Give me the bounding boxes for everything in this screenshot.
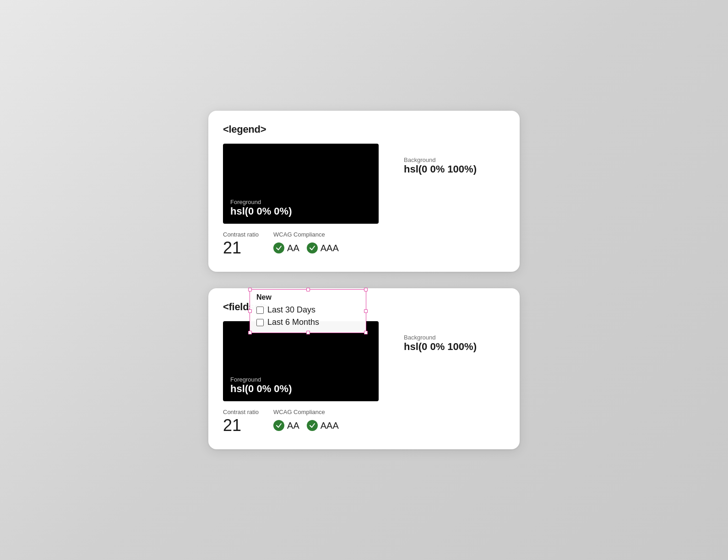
contrast-ratio-group-2: Contrast ratio 21 bbox=[223, 409, 259, 435]
selection-item-2-label: Last 6 Months bbox=[267, 318, 319, 327]
background-info: Background hsl(0 0% 100%) bbox=[404, 156, 477, 175]
checkbox-1[interactable] bbox=[256, 307, 264, 314]
wcag-label: WCAG Compliance bbox=[273, 231, 339, 238]
handle-ml bbox=[248, 309, 252, 313]
background-value: hsl(0 0% 100%) bbox=[404, 163, 477, 175]
aa-badge: AA bbox=[273, 242, 299, 253]
background-value-2: hsl(0 0% 100%) bbox=[404, 341, 477, 353]
handle-tl bbox=[248, 288, 252, 291]
aa-check-icon-2 bbox=[273, 420, 284, 431]
contrast-ratio-group: Contrast ratio 21 bbox=[223, 231, 259, 257]
aa-badge-2: AA bbox=[273, 420, 299, 431]
handle-mr bbox=[364, 309, 368, 313]
foreground-value: hsl(0 0% 0%) bbox=[230, 205, 292, 217]
aa-label-2: AA bbox=[287, 420, 299, 431]
handle-tc bbox=[306, 288, 310, 291]
handle-tr bbox=[364, 288, 368, 291]
wcag-badges-2: AA AAA bbox=[273, 420, 339, 431]
background-label: Background bbox=[404, 156, 477, 163]
selection-item-1: Last 30 Days bbox=[256, 305, 359, 315]
aaa-check-icon-2 bbox=[307, 420, 318, 431]
contrast-ratio-value-2: 21 bbox=[223, 416, 259, 435]
foreground-label-2: Foreground bbox=[230, 376, 292, 383]
aaa-label-2: AAA bbox=[321, 420, 339, 431]
legend-tag-label: <legend> bbox=[223, 124, 505, 135]
color-preview: Foreground hsl(0 0% 0%) bbox=[223, 144, 379, 224]
aaa-check-icon bbox=[307, 242, 318, 253]
handle-bl bbox=[248, 331, 252, 334]
selection-item-2: Last 6 Months bbox=[256, 318, 359, 327]
wcag-badges: AA AAA bbox=[273, 242, 339, 253]
wcag-group-2: WCAG Compliance AA AAA bbox=[273, 409, 339, 431]
page-container: <legend> Foreground hsl(0 0% 0%) Backgro… bbox=[208, 111, 520, 449]
selection-box: New Last 30 Days Last 6 Months bbox=[250, 289, 366, 333]
legend-card: <legend> Foreground hsl(0 0% 0%) Backgro… bbox=[208, 111, 520, 272]
background-label-2: Background bbox=[404, 334, 477, 341]
foreground-label: Foreground bbox=[230, 199, 292, 205]
aa-label: AA bbox=[287, 243, 299, 253]
foreground-info-2: Foreground hsl(0 0% 0%) bbox=[230, 376, 292, 395]
checkbox-2[interactable] bbox=[256, 319, 264, 326]
wcag-label-2: WCAG Compliance bbox=[273, 409, 339, 415]
metrics-row: Contrast ratio 21 WCAG Compliance AA bbox=[223, 231, 505, 257]
aaa-badge-2: AAA bbox=[307, 420, 339, 431]
handle-br bbox=[364, 331, 368, 334]
wcag-group: WCAG Compliance AA AAA bbox=[273, 231, 339, 253]
selection-title: New bbox=[256, 293, 273, 302]
aaa-badge: AAA bbox=[307, 242, 339, 253]
foreground-value-2: hsl(0 0% 0%) bbox=[230, 383, 292, 395]
selection-item-1-label: Last 30 Days bbox=[267, 305, 315, 315]
handle-bc bbox=[306, 331, 310, 334]
selection-overlay: New Last 30 Days Last 6 Months bbox=[250, 289, 366, 333]
preview-row: Foreground hsl(0 0% 0%) Background hsl(0… bbox=[223, 144, 505, 224]
metrics-row-2: Contrast ratio 21 WCAG Compliance AA bbox=[223, 409, 505, 435]
contrast-ratio-label-2: Contrast ratio bbox=[223, 409, 259, 415]
contrast-ratio-value: 21 bbox=[223, 239, 259, 257]
foreground-info: Foreground hsl(0 0% 0%) bbox=[230, 199, 292, 217]
aa-check-icon bbox=[273, 242, 284, 253]
contrast-ratio-label: Contrast ratio bbox=[223, 231, 259, 238]
aaa-label: AAA bbox=[321, 243, 339, 253]
background-info-2: Background hsl(0 0% 100%) bbox=[404, 334, 477, 353]
